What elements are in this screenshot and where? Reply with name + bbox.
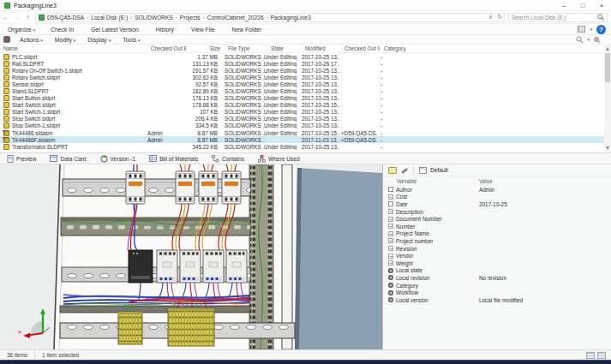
variable-row[interactable]: Description (383, 208, 611, 216)
variable-row[interactable]: Number (383, 223, 611, 230)
breadcrumb-item[interactable]: D59-QA5-DSA › (47, 15, 91, 21)
variable-value: Local file modified (479, 297, 611, 303)
column-header-file-type[interactable]: File Type (225, 45, 267, 52)
scroll-up-icon[interactable] (606, 47, 609, 51)
variable-row[interactable]: Local revision No revision (383, 274, 611, 282)
search-icon[interactable] (597, 14, 604, 21)
chevron-down-icon[interactable]: ▾ (587, 37, 590, 42)
table-row[interactable]: Sensor.sldprt 92.57 KB SOLIDWORKS ... Un… (0, 81, 604, 87)
variable-row[interactable]: Local version Local file modified (383, 296, 611, 304)
tab-data-card[interactable]: Data Card (43, 153, 93, 164)
table-row[interactable]: Start Button.sldprt 176.13 KB SOLIDWORKS… (0, 95, 604, 102)
address-dropdown-icon[interactable]: ∨ (488, 14, 493, 21)
refresh-icon[interactable]: ↻ (497, 14, 502, 21)
search-input[interactable]: Search Local Disk (E:) (508, 13, 608, 22)
help-icon[interactable]: ? (596, 25, 606, 34)
variable-row[interactable]: Date 2017-10-25 (383, 200, 611, 208)
table-row[interactable]: Rail.SLDPRT 131.13 KB SOLIDWORKS ... Und… (0, 60, 604, 67)
variable-row[interactable]: Project Name (383, 230, 611, 238)
breadcrumb-item[interactable]: Projects › (180, 15, 207, 21)
file-size: 302.62 KB (183, 75, 221, 81)
table-row[interactable]: Start Switch.sldprt 178.68 KB SOLIDWORKS… (0, 102, 604, 109)
close-button[interactable]: × (592, 0, 611, 11)
variable-row[interactable]: Document Number (383, 215, 611, 223)
command-button[interactable]: Check In (43, 27, 83, 33)
search-options-icon[interactable] (593, 36, 601, 44)
chevron-down-icon[interactable]: ▾ (590, 27, 592, 32)
column-header-modified[interactable]: Modified (303, 45, 343, 52)
variable-row[interactable]: Project number (383, 237, 611, 245)
variable-row[interactable]: Author Admin (383, 186, 611, 194)
table-row[interactable]: Start Switch-1.sldprt 107 KB SOLIDWORKS … (0, 109, 604, 116)
variable-row[interactable]: Workflow (383, 289, 611, 296)
thumbnail-view-icon[interactable] (597, 352, 606, 359)
variable-icon (388, 187, 393, 192)
view-mode-icon[interactable] (578, 26, 585, 33)
table-row[interactable]: TK44486F.sldasm Admin 8.87 MB SOLIDWORKS… (0, 136, 604, 143)
breadcrumb-item[interactable]: SOLIDWORKS › (135, 15, 180, 21)
command-button[interactable]: History (148, 27, 183, 33)
variable-name: Author (396, 187, 412, 193)
table-row[interactable]: Rotary Switch.sldprt 302.62 KB SOLIDWORK… (0, 74, 604, 81)
column-header-variable: Variable (383, 178, 479, 184)
variable-row[interactable]: Revision (383, 245, 611, 253)
card-icon[interactable] (388, 167, 397, 174)
menu-item[interactable]: Actions▾ (14, 37, 49, 43)
breadcrumb-item[interactable]: ControlCabinet_20226 › (207, 15, 271, 21)
column-header-size[interactable]: Size (187, 45, 225, 52)
zoom-icon[interactable] (576, 36, 584, 44)
breadcrumb-label: SOLIDWORKS (135, 15, 173, 21)
table-row[interactable]: Stop Switch-1.sldprt 334.5 KB SOLIDWORKS… (0, 122, 604, 129)
relay-devices (129, 250, 247, 283)
edit-icon[interactable] (400, 166, 408, 174)
breadcrumb-item[interactable]: Local Disk (E:) › (91, 15, 135, 21)
selection-count: 1 item selected (42, 352, 79, 358)
table-row[interactable]: PLC.sldprt 1.37 MB SOLIDWORKS ... Under … (0, 53, 604, 60)
column-header-category[interactable]: Category (380, 45, 406, 52)
breadcrumb[interactable]: D59-QA5-DSA › Local Disk (E:) › SOLIDWOR… (35, 13, 505, 22)
preview-pane[interactable]: X (0, 164, 382, 349)
variable-row[interactable]: Vendor (383, 252, 611, 260)
tab-where-used[interactable]: Where Used (251, 153, 307, 164)
variable-row[interactable]: Category (383, 282, 611, 289)
variable-icon (388, 290, 393, 295)
table-row[interactable]: Stop Switch.sldprt 206.4 KB SOLIDWORKS .… (0, 116, 604, 122)
file-name: Rotary On-Off Switch-1.sldprt (12, 68, 82, 74)
details-view-icon[interactable] (586, 352, 595, 359)
back-button[interactable]: ← (0, 14, 11, 21)
scrollbar-thumb[interactable] (605, 53, 610, 82)
variable-row[interactable]: Local state (383, 267, 611, 275)
table-row[interactable]: TK44486.sldasm Admin 8.87 MB SOLIDWORKS … (0, 129, 604, 136)
column-header-name[interactable]: Name (0, 45, 147, 52)
up-button[interactable]: ↑ (22, 14, 33, 21)
file-category: - (377, 88, 403, 94)
vertical-scrollbar[interactable] (604, 45, 611, 152)
variable-row[interactable]: Cost (383, 194, 611, 201)
breadcrumb-label: Local Disk (E:) (91, 15, 128, 21)
command-button[interactable]: New Folder (224, 27, 271, 33)
command-button[interactable]: Get Latest Version (83, 27, 148, 33)
forward-button[interactable]: → (11, 14, 22, 21)
column-header-checked-out-by[interactable]: Checked Out By (147, 45, 187, 52)
table-row[interactable]: Stand.SLDPRT 182.89 KB SOLIDWORKS ... Un… (0, 87, 604, 94)
minimize-button[interactable]: – (554, 0, 573, 11)
tab-contains[interactable]: Contains (205, 153, 251, 164)
tab-bill-of-materials[interactable]: Bill of Materials (142, 153, 205, 164)
table-row[interactable]: Rotary On-Off Switch-1.sldprt 291.57 KB … (0, 67, 604, 74)
breadcrumb-item[interactable]: PackagingLine3 (271, 15, 316, 21)
divider (34, 352, 35, 359)
maximize-button[interactable]: □ (573, 0, 592, 11)
tab-version[interactable]: Version -1 (93, 153, 143, 164)
command-button[interactable]: View File (183, 27, 224, 33)
table-row[interactable]: Transformator.SLDPRT 345.22 KB SOLIDWORK… (0, 143, 604, 150)
menu-item[interactable]: Display▾ (81, 37, 117, 43)
variable-row[interactable]: Weight (383, 260, 611, 267)
command-button[interactable]: Organize▾ (0, 27, 43, 33)
configuration-select[interactable]: Default (430, 167, 448, 173)
tab-preview[interactable]: Preview (0, 153, 43, 164)
scroll-down-icon[interactable] (606, 146, 609, 150)
menu-item[interactable]: Modify▾ (49, 37, 82, 43)
column-header-checked-out-in[interactable]: Checked Out In (343, 45, 380, 52)
menu-item[interactable]: Tools▾ (117, 37, 146, 43)
column-header-state[interactable]: State (267, 45, 303, 52)
